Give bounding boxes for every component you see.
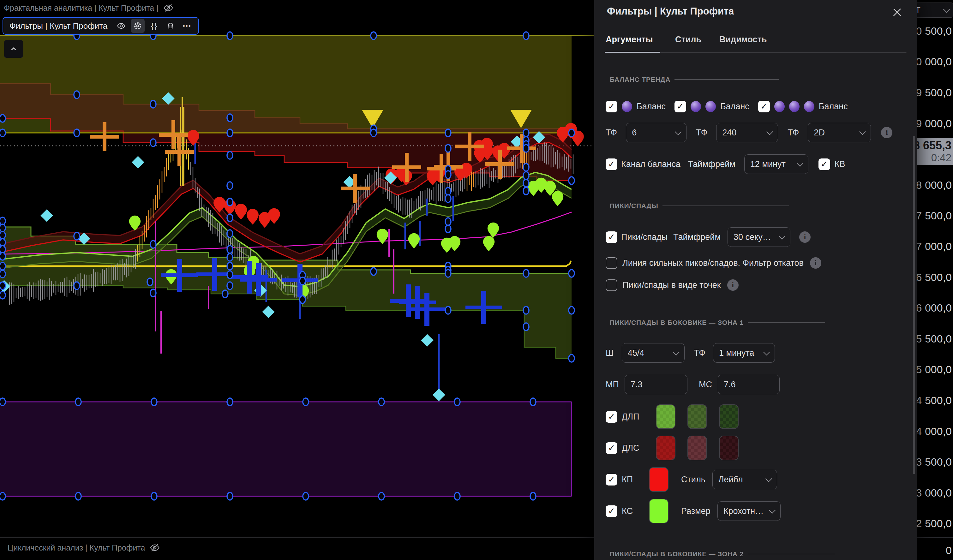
peaks-row: Пики/спады Таймфрейм 30 секу… xyxy=(606,227,810,247)
mp-input[interactable]: 7.3 xyxy=(625,375,688,394)
dlp-color-swatch[interactable] xyxy=(656,404,675,429)
eye-off-icon[interactable] xyxy=(163,3,174,13)
dlp-label: ДЛП xyxy=(622,412,646,422)
balance3-checkbox[interactable] xyxy=(758,101,770,112)
more-options-icon[interactable]: ••• xyxy=(180,19,194,33)
balance1-checkbox[interactable] xyxy=(606,101,617,112)
strong-peaks-checkbox[interactable] xyxy=(606,257,617,269)
price-label: 3 000,0 xyxy=(917,487,952,499)
tf3-label: ТФ xyxy=(787,128,799,138)
eye-off-icon[interactable] xyxy=(149,542,160,553)
peaks-as-dots-checkbox[interactable] xyxy=(606,279,617,291)
tf2-dropdown[interactable]: 240 xyxy=(716,123,778,143)
price-label: 10 500,0 xyxy=(917,25,952,37)
dls-color-swatch[interactable] xyxy=(656,436,675,460)
kv-checkbox[interactable] xyxy=(818,158,830,170)
tab-visibility[interactable]: Видимость xyxy=(719,35,767,45)
info-icon[interactable] xyxy=(727,279,739,291)
pane-divider[interactable] xyxy=(914,537,953,538)
indicator-settings-dialog: Фильтры | Культ Профита Аргументы Стиль … xyxy=(594,0,917,560)
balance2-checkbox[interactable] xyxy=(675,101,686,112)
info-icon[interactable] xyxy=(881,127,892,138)
price-label: 4 500,0 xyxy=(917,394,952,406)
kp-style-dropdown[interactable]: Лейбл xyxy=(712,470,777,489)
price-label: 8 000,0 xyxy=(917,179,952,191)
kv-label: КВ xyxy=(835,160,845,169)
section-zone1-title: ПИКИ/СПАДЫ В БОКОВИКЕ — ЗОНА 1 xyxy=(610,319,743,326)
channel-tf-label: Таймфрейм xyxy=(688,160,736,169)
zone1-tf-dropdown[interactable]: 1 минута xyxy=(713,343,775,363)
ms-label: МС xyxy=(699,380,712,389)
section-peaks-title: ПИКИ/СПАДЫ xyxy=(610,202,658,209)
price-label: 2 500,0 xyxy=(917,517,952,530)
info-icon[interactable] xyxy=(810,257,821,268)
dlp-row: ДЛП xyxy=(606,404,739,429)
eye-icon[interactable] xyxy=(114,19,128,33)
tab-arguments[interactable]: Аргументы xyxy=(606,35,653,45)
price-scale[interactable]: 10 500,010 000,09 500,09 000,08 000,07 5… xyxy=(917,0,953,560)
channel-checkbox[interactable] xyxy=(606,158,617,170)
section-divider-line xyxy=(748,554,835,554)
ks-size-label: Размер xyxy=(681,506,711,516)
close-icon[interactable] xyxy=(890,5,904,20)
price-label: 9 000,0 xyxy=(917,118,952,130)
peaks-tf-dropdown[interactable]: 30 секу… xyxy=(728,227,790,247)
price-label: 9 500,0 xyxy=(917,87,952,99)
settings-gear-icon[interactable] xyxy=(131,19,144,33)
collapse-pane-button[interactable] xyxy=(4,40,23,58)
tf1-dropdown[interactable]: 6 xyxy=(626,123,686,143)
dls-row: ДЛС xyxy=(606,436,739,460)
dls-color-swatch[interactable] xyxy=(719,436,739,460)
balance-items-row: Баланс Баланс Баланс xyxy=(606,96,848,116)
tab-style[interactable]: Стиль xyxy=(675,35,702,45)
ks-checkbox[interactable] xyxy=(606,506,617,517)
channel-tf-dropdown[interactable]: 12 минут xyxy=(744,154,809,174)
dls-checkbox[interactable] xyxy=(606,442,617,454)
source-code-icon[interactable]: {} xyxy=(147,19,161,33)
pane1-title: Фрактальная аналитика | Культ Профита | xyxy=(4,3,158,12)
strong-peaks-label: Линия сильных пиков/спадов. Фильтр откат… xyxy=(622,258,804,268)
dls-color-swatch[interactable] xyxy=(688,436,707,460)
section-balance-title: БАЛАНС ТРЕНДА xyxy=(610,76,671,83)
chevron-down-icon xyxy=(779,233,785,239)
dlp-color-swatch[interactable] xyxy=(688,404,707,429)
balance2-label: Баланс xyxy=(720,102,749,112)
dialog-scrollbar[interactable] xyxy=(913,136,915,474)
chevron-down-icon xyxy=(675,128,681,135)
dlp-color-swatch[interactable] xyxy=(719,404,739,429)
section-divider-line xyxy=(748,322,825,323)
indicator-legend-label: Фильтры | Культ Профита xyxy=(9,21,107,31)
dls-label: ДЛС xyxy=(622,443,646,453)
kp-color-swatch[interactable] xyxy=(649,467,669,492)
ks-color-swatch[interactable] xyxy=(649,499,669,523)
price-chart-canvas[interactable] xyxy=(0,0,594,560)
strong-peaks-row: Линия сильных пиков/спадов. Фильтр откат… xyxy=(606,254,821,271)
price-label: 5 000,0 xyxy=(917,363,952,375)
kp-checkbox[interactable] xyxy=(606,474,617,486)
price-label: 6 500,0 xyxy=(917,271,952,284)
zone1-w-dropdown[interactable]: 45/4 xyxy=(622,343,684,363)
peaks-checkbox[interactable] xyxy=(606,231,617,243)
balance2-dot-icon xyxy=(691,101,701,112)
chevron-down-icon xyxy=(763,349,770,355)
ks-size-dropdown[interactable]: Крохотн… xyxy=(717,501,781,521)
peaks-as-dots-label: Пики/спады в виде точек xyxy=(622,280,721,290)
price-scale-mode-box[interactable]: Т xyxy=(914,3,953,18)
indicator-legend[interactable]: Фильтры | Культ Профита {} ••• xyxy=(3,17,199,35)
current-price-box: 8 655,3 0:42 xyxy=(914,138,953,165)
tf2-label: ТФ xyxy=(696,128,707,138)
chart-pane[interactable]: Фрактальная аналитика | Культ Профита | … xyxy=(0,0,594,560)
tab-active-underline xyxy=(605,52,660,53)
channel-label: Канал баланса xyxy=(621,160,680,169)
dlp-checkbox[interactable] xyxy=(606,411,617,423)
ms-input[interactable]: 7.6 xyxy=(718,375,780,394)
price-label: 6 000,0 xyxy=(917,302,952,314)
info-icon[interactable] xyxy=(799,231,810,243)
ks-label: КС xyxy=(622,506,639,516)
zone1-tf-label: ТФ xyxy=(694,348,705,358)
kp-style-label: Стиль xyxy=(681,475,705,484)
delete-trash-icon[interactable] xyxy=(164,19,177,33)
chevron-down-icon xyxy=(673,349,680,355)
tf3-dropdown[interactable]: 2D xyxy=(808,123,871,143)
kp-row: КП Стиль Лейбл xyxy=(606,467,777,492)
